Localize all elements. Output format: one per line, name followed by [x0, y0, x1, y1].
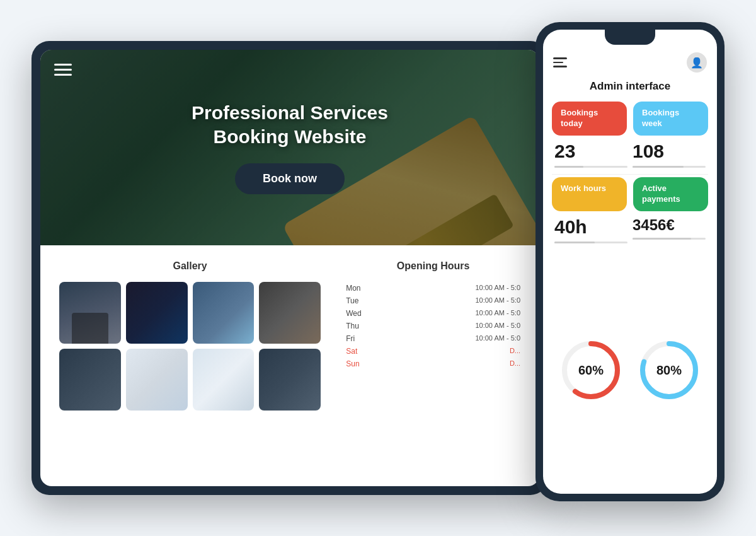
active-payments-value: 3456€ — [633, 218, 706, 233]
gallery-title: Gallery — [59, 260, 321, 272]
hours-row-fri: Fri 10:00 AM - 5:0 — [346, 332, 520, 345]
stats-divider — [552, 174, 708, 175]
hours-time: 10:00 AM - 5:0 — [475, 334, 520, 343]
scene: Professional Services Booking Website Bo… — [32, 22, 724, 514]
hours-time: 10:00 AM - 5:0 — [475, 284, 520, 293]
work-hours-card[interactable]: Work hours — [552, 177, 627, 211]
hours-day: Fri — [346, 334, 368, 343]
bookings-week-label: Bookingsweek — [642, 108, 699, 129]
hours-time: 10:00 AM - 5:0 — [475, 322, 520, 330]
hours-day: Sun — [346, 359, 368, 368]
user-profile-icon[interactable] — [687, 52, 707, 73]
hours-table: Mon 10:00 AM - 5:0 Tue 10:00 AM - 5:0 We… — [346, 282, 520, 370]
active-payments-bar-fill — [633, 238, 691, 240]
active-payments-value-cell: 3456€ — [630, 211, 708, 247]
bookings-today-label: Bookingstoday — [561, 108, 618, 129]
hours-row-wed: Wed 10:00 AM - 5:0 — [346, 307, 520, 320]
admin-interface-title: Admin interface — [543, 78, 717, 102]
hours-time: D... — [510, 347, 520, 356]
bookings-week-bar — [633, 166, 706, 168]
bookings-today-value-cell: 23 — [552, 136, 630, 172]
hero-section: Professional Services Booking Website Bo… — [40, 50, 539, 245]
gallery-image-2[interactable] — [126, 282, 188, 344]
bookings-today-bar-fill — [554, 166, 583, 168]
donut-label-red: 60% — [559, 339, 622, 402]
phone-device: Admin interface Bookingstoday Bookingswe… — [536, 22, 724, 501]
work-hours-value: 40h — [554, 218, 627, 236]
hours-day: Mon — [346, 284, 368, 293]
stats-values-row2: 40h 3456€ — [543, 211, 717, 247]
gallery-image-1[interactable] — [59, 282, 121, 344]
phone-header — [543, 45, 717, 78]
gallery-image-5[interactable] — [59, 349, 121, 411]
hours-time: 10:00 AM - 5:0 — [475, 296, 520, 305]
active-payments-card[interactable]: Activepayments — [633, 177, 708, 211]
work-hours-value-cell: 40h — [552, 211, 630, 247]
opening-hours-section: Opening Hours Mon 10:00 AM - 5:0 Tue 10:… — [346, 260, 520, 471]
work-hours-label: Work hours — [561, 184, 618, 194]
book-now-button[interactable]: Book now — [235, 163, 345, 194]
hours-row-sat: Sat D... — [346, 345, 520, 358]
hero-content: Professional Services Booking Website Bo… — [40, 50, 539, 245]
bookings-today-bar — [554, 166, 627, 168]
work-hours-bar-fill — [554, 242, 595, 243]
hours-row-mon: Mon 10:00 AM - 5:0 — [346, 282, 520, 294]
gallery-grid — [59, 282, 321, 411]
bookings-week-value-cell: 108 — [630, 136, 708, 172]
hours-time: D... — [510, 359, 520, 368]
bookings-today-card[interactable]: Bookingstoday — [552, 102, 627, 136]
phone-hamburger-menu[interactable] — [553, 57, 567, 67]
gallery-image-3[interactable] — [193, 282, 255, 344]
hours-time: 10:00 AM - 5:0 — [475, 309, 520, 318]
gallery-image-4[interactable] — [259, 282, 321, 344]
hours-row-thu: Thu 10:00 AM - 5:0 — [346, 320, 520, 332]
donuts-section: 60% 80% — [543, 247, 717, 494]
hours-day: Tue — [346, 296, 368, 305]
phone-notch — [605, 30, 655, 45]
gallery-image-6[interactable] — [126, 349, 188, 411]
stats-cards-row2: Work hours Activepayments — [543, 177, 717, 211]
hours-day: Wed — [346, 309, 368, 318]
gallery-section: Gallery — [59, 260, 321, 471]
active-payments-bar — [633, 238, 706, 240]
hero-title: Professional Services Booking Website — [192, 101, 388, 148]
hours-row-tue: Tue 10:00 AM - 5:0 — [346, 294, 520, 307]
tablet-bottom-section: Gallery — [40, 245, 539, 486]
tablet-screen: Professional Services Booking Website Bo… — [40, 50, 539, 486]
hours-day: Sat — [346, 347, 368, 356]
active-payments-label: Activepayments — [642, 184, 699, 205]
tablet-device: Professional Services Booking Website Bo… — [32, 41, 548, 495]
work-hours-bar — [554, 242, 627, 243]
gallery-image-8[interactable] — [259, 349, 321, 411]
gallery-image-7[interactable] — [193, 349, 255, 411]
bookings-today-value: 23 — [554, 142, 627, 161]
donut-chart-red: 60% — [559, 339, 622, 402]
phone-screen: Admin interface Bookingstoday Bookingswe… — [543, 30, 717, 494]
donut-chart-blue: 80% — [638, 339, 701, 402]
bookings-week-bar-fill — [633, 166, 684, 168]
donut-label-blue: 80% — [638, 339, 701, 402]
stats-cards-row1: Bookingstoday Bookingsweek — [543, 102, 717, 136]
hamburger-menu[interactable] — [54, 64, 72, 76]
hours-day: Thu — [346, 322, 368, 330]
stats-values-row1: 23 108 — [543, 136, 717, 172]
bookings-week-card[interactable]: Bookingsweek — [633, 102, 708, 136]
hours-row-sun: Sun D... — [346, 358, 520, 370]
opening-hours-title: Opening Hours — [346, 260, 520, 272]
bookings-week-value: 108 — [633, 142, 706, 161]
